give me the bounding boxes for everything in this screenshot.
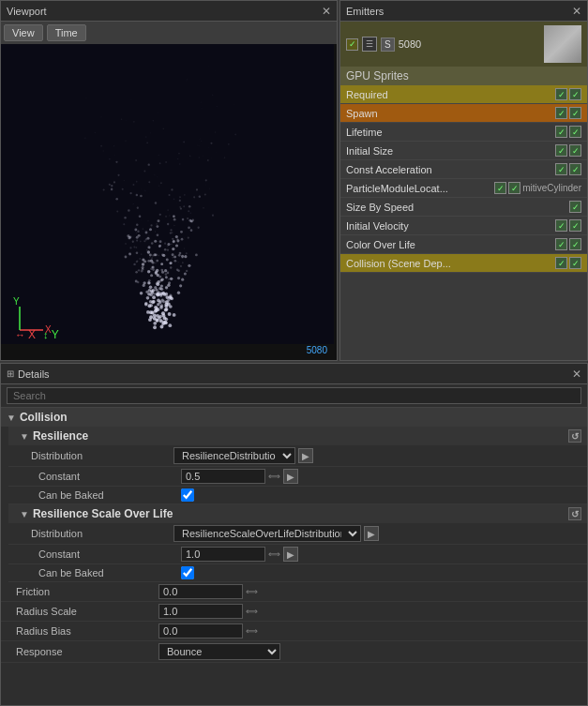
search-input[interactable] xyxy=(7,387,581,404)
resilience-scale-dist-label: Distribution xyxy=(23,528,173,539)
module-required[interactable]: Required ✓ ✓ xyxy=(340,85,587,104)
resilience-scale-subsection: ▼ Resilience Scale Over Life ↺ Distribut… xyxy=(1,504,587,582)
emitter-thumbnail xyxy=(544,25,581,63)
resilience-scale-header[interactable]: ▼ Resilience Scale Over Life ↺ xyxy=(8,504,587,523)
particle-canvas xyxy=(1,44,334,344)
resilience-baked-checkbox[interactable] xyxy=(181,488,194,502)
resilience-scale-icon-btn[interactable]: ↺ xyxy=(568,507,581,520)
viewport-close-button[interactable]: ✕ xyxy=(322,5,331,18)
radius-bias-drag-handle[interactable]: ⟺ xyxy=(246,626,258,636)
emitter-icon: ☰ xyxy=(362,37,377,52)
module-init-vel-check-2[interactable]: ✓ xyxy=(569,219,581,232)
module-color-check-1[interactable]: ✓ xyxy=(555,238,567,250)
details-content: ▼ Collision ▼ Resilience ↺ Distribution … xyxy=(1,408,587,705)
module-const-accel-check-1[interactable]: ✓ xyxy=(555,163,567,175)
resilience-scale-constant-row: Constant ⟺ ▶ xyxy=(8,545,587,564)
friction-row: Friction ⟺ xyxy=(1,582,587,602)
module-collision-label: Collision (Scene Dep... xyxy=(346,258,555,269)
axis-indicator: ↔ X ↕ Y xyxy=(15,328,59,341)
module-lifetime-check-2[interactable]: ✓ xyxy=(569,126,581,138)
module-particle-module-locat[interactable]: ParticleModuleLocat... ✓ ✓ mitiveCylinde… xyxy=(340,179,587,198)
resilience-scale-dist-dropdown[interactable]: ResilienceScaleOverLifeDistribution xyxy=(173,525,361,542)
coord-label: 5080 xyxy=(307,345,327,355)
resilience-distribution-dropdown[interactable]: ResilienceDistribution xyxy=(173,447,295,464)
resilience-label: Resilience xyxy=(33,429,88,443)
radius-scale-label: Radius Scale xyxy=(8,606,158,617)
module-locat-check-1[interactable]: ✓ xyxy=(494,182,506,194)
axis-x-label: ↔ X xyxy=(15,328,36,341)
details-panel: ⊞ Details ✕ ▼ Collision ▼ Resilience ↺ D… xyxy=(0,363,588,706)
radius-bias-label: Radius Bias xyxy=(8,625,158,637)
module-spawn[interactable]: Spawn ✓ ✓ xyxy=(340,104,587,123)
module-size-speed-check[interactable]: ✓ xyxy=(569,201,581,213)
resilience-subsection: ▼ Resilience ↺ Distribution ResilienceDi… xyxy=(1,427,587,504)
module-color-label: Color Over Life xyxy=(346,239,555,250)
resilience-scale-const-label: Constant xyxy=(31,548,181,560)
module-particle-locat-label: ParticleModuleLocat... xyxy=(346,183,494,194)
search-bar xyxy=(1,384,587,408)
module-initial-velocity-label: Initial Velocity xyxy=(346,220,555,232)
module-collision[interactable]: Collision (Scene Dep... ✓ ✓ xyxy=(340,254,587,273)
module-check-1[interactable]: ✓ xyxy=(555,88,567,100)
module-const-accel-check-2[interactable]: ✓ xyxy=(569,163,581,175)
module-collision-check-2[interactable]: ✓ xyxy=(569,257,581,269)
module-initial-size-label: Initial Size xyxy=(346,145,555,157)
module-spawn-checks: ✓ ✓ xyxy=(555,107,581,119)
module-spawn-check-2[interactable]: ✓ xyxy=(569,107,581,119)
emitters-close-button[interactable]: ✕ xyxy=(572,5,581,18)
module-spawn-check-1[interactable]: ✓ xyxy=(555,107,567,119)
module-lifetime-label: Lifetime xyxy=(346,127,555,138)
module-locat-check-2[interactable]: ✓ xyxy=(508,182,520,194)
module-size-by-speed[interactable]: Size By Speed ✓ xyxy=(340,198,587,217)
resilience-constant-input[interactable] xyxy=(181,469,265,484)
module-lifetime[interactable]: Lifetime ✓ ✓ xyxy=(340,123,587,142)
module-collision-check-1[interactable]: ✓ xyxy=(555,257,567,269)
module-size-speed-label: Size By Speed xyxy=(346,202,569,213)
collision-section-header[interactable]: ▼ Collision xyxy=(1,408,587,427)
emitter-checkbox-1[interactable]: ✓ xyxy=(346,38,358,51)
resilience-scale-drag-handle[interactable]: ⟺ xyxy=(268,549,280,559)
view-button[interactable]: View xyxy=(4,24,43,41)
resilience-reset-icon[interactable]: ↺ xyxy=(568,429,581,443)
radius-scale-input[interactable] xyxy=(158,604,243,619)
resilience-const-reset-btn[interactable]: ▶ xyxy=(283,469,298,484)
radius-scale-value: ⟺ xyxy=(158,604,587,619)
resilience-scale-const-input[interactable] xyxy=(181,547,265,562)
resilience-scale-arrow-icon: ▼ xyxy=(20,509,29,519)
friction-value: ⟺ xyxy=(158,584,587,599)
module-const-acceleration[interactable]: Const Acceleration ✓ ✓ xyxy=(340,160,587,179)
response-row: Response Bounce xyxy=(1,641,587,663)
radius-scale-drag-handle[interactable]: ⟺ xyxy=(246,607,258,616)
time-button[interactable]: Time xyxy=(47,24,86,41)
module-initial-size[interactable]: Initial Size ✓ ✓ xyxy=(340,142,587,160)
details-close-button[interactable]: ✕ xyxy=(572,368,581,381)
resilience-baked-label: Can be Baked xyxy=(31,489,181,501)
resilience-dist-expand-btn[interactable]: ▶ xyxy=(298,448,313,463)
module-initial-velocity[interactable]: Initial Velocity ✓ ✓ xyxy=(340,217,587,235)
resilience-scale-reset-icon[interactable]: ↺ xyxy=(568,507,581,520)
module-init-vel-check-1[interactable]: ✓ xyxy=(555,219,567,232)
resilience-header[interactable]: ▼ Resilience ↺ xyxy=(8,427,587,445)
resilience-scale-expand-btn[interactable]: ▶ xyxy=(364,526,379,541)
resilience-scale-baked-row: Can be Baked xyxy=(8,564,587,582)
module-initial-size-check-2[interactable]: ✓ xyxy=(569,144,581,157)
module-const-accel-label: Const Acceleration xyxy=(346,164,555,175)
module-color-over-life[interactable]: Color Over Life ✓ ✓ xyxy=(340,235,587,254)
module-check-2[interactable]: ✓ xyxy=(569,88,581,100)
resilience-icon-btn[interactable]: ↺ xyxy=(568,429,581,443)
response-dropdown[interactable]: Bounce xyxy=(158,643,280,660)
resilience-scale-baked-checkbox[interactable] xyxy=(181,566,194,579)
module-color-check-2[interactable]: ✓ xyxy=(569,238,581,250)
resilience-scale-const-value: ⟺ ▶ xyxy=(181,547,587,562)
friction-drag-handle[interactable]: ⟺ xyxy=(246,587,258,596)
emitter-s-badge: S xyxy=(381,38,395,52)
module-initial-size-check-1[interactable]: ✓ xyxy=(555,144,567,157)
resilience-distribution-row: Distribution ResilienceDistribution ▶ xyxy=(8,445,587,467)
resilience-constant-label: Constant xyxy=(31,471,181,482)
friction-input[interactable] xyxy=(158,584,243,599)
module-lifetime-check-1[interactable]: ✓ xyxy=(555,126,567,138)
resilience-scale-reset-btn[interactable]: ▶ xyxy=(283,547,298,562)
resilience-drag-handle[interactable]: ⟺ xyxy=(268,472,280,481)
resilience-scale-baked-label: Can be Baked xyxy=(31,567,181,578)
radius-bias-input[interactable] xyxy=(158,623,243,638)
